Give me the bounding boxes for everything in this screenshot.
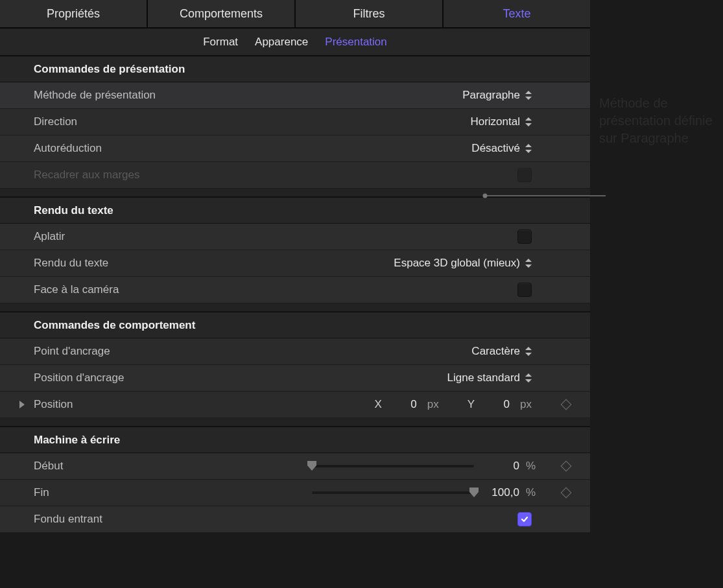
row-recadrer-marges: Recadrer aux marges xyxy=(0,162,590,189)
section-behavior-header: Commandes de comportement xyxy=(0,312,590,338)
chevron-updown-icon xyxy=(525,144,532,153)
label-point-ancrage: Point d'ancrage xyxy=(34,345,110,358)
row-fin: Fin 100,0 % xyxy=(0,480,590,506)
slider-fin[interactable] xyxy=(312,491,474,494)
row-position-ancrage: Position d'ancrage Ligne standard xyxy=(0,365,590,392)
row-fondu-entrant: Fondu entrant xyxy=(0,506,590,533)
label-face-camera: Face à la caméra xyxy=(34,283,119,296)
slider-fin-thumb[interactable] xyxy=(468,486,480,498)
chevron-updown-icon xyxy=(525,91,532,100)
label-aplatir: Aplatir xyxy=(34,230,65,243)
dropdown-position-ancrage[interactable]: Ligne standard xyxy=(447,371,532,384)
checkbox-aplatir[interactable] xyxy=(517,229,532,244)
keyframe-icon[interactable] xyxy=(561,461,572,472)
debut-unit: % xyxy=(526,460,536,473)
label-fondu-entrant: Fondu entrant xyxy=(34,513,102,526)
callout-line-icon xyxy=(482,193,606,198)
dropdown-autoreduction[interactable]: Désactivé xyxy=(471,142,532,155)
row-point-ancrage: Point d'ancrage Caractère xyxy=(0,338,590,365)
dropdown-rendu-texte-value: Espace 3D global (mieux) xyxy=(394,257,520,270)
chevron-updown-icon xyxy=(525,373,532,382)
section-typewriter-header: Machine à écrire xyxy=(0,427,590,453)
position-x-value[interactable]: 0 xyxy=(392,398,417,411)
row-autoreduction: Autoréduction Désactivé xyxy=(0,135,590,162)
fin-unit: % xyxy=(526,486,536,499)
slider-debut-thumb[interactable] xyxy=(306,460,318,471)
main-tabs: Propriétés Comportements Filtres Texte xyxy=(0,0,590,29)
row-aplatir: Aplatir xyxy=(0,224,590,250)
annotation-area: Méthode de présentation définie sur Para… xyxy=(590,0,723,533)
dropdown-autoreduction-value: Désactivé xyxy=(471,142,520,155)
dropdown-methode-value: Paragraphe xyxy=(462,89,520,102)
inspector-panel: Propriétés Comportements Filtres Texte F… xyxy=(0,0,590,533)
row-face-camera: Face à la caméra xyxy=(0,277,590,303)
position-y-unit: px xyxy=(520,398,532,411)
disclosure-position[interactable] xyxy=(19,401,25,408)
chevron-updown-icon xyxy=(525,347,532,356)
subtab-format[interactable]: Format xyxy=(203,36,238,49)
row-debut: Début 0 % xyxy=(0,453,590,480)
checkbox-fondu-entrant[interactable] xyxy=(517,512,532,526)
keyframe-icon[interactable] xyxy=(561,399,572,410)
row-position: Position X 0 px Y 0 px xyxy=(0,392,590,418)
section-render-header: Rendu du texte xyxy=(0,197,590,224)
dropdown-point-ancrage[interactable]: Caractère xyxy=(471,345,532,358)
checkbox-face-camera[interactable] xyxy=(517,283,532,297)
label-rendu-texte: Rendu du texte xyxy=(34,257,108,270)
subtab-presentation[interactable]: Présentation xyxy=(325,36,386,49)
chevron-updown-icon xyxy=(525,259,532,268)
debut-value[interactable]: 0 xyxy=(480,460,519,473)
tab-comportements[interactable]: Comportements xyxy=(148,0,296,27)
annotation-text: Méthode de présentation définie sur Para… xyxy=(599,95,717,147)
checkbox-recadrer xyxy=(517,168,532,182)
position-y-value[interactable]: 0 xyxy=(485,398,510,411)
callout-line-icon xyxy=(475,110,604,130)
label-fin: Fin xyxy=(34,486,49,499)
tab-texte[interactable]: Texte xyxy=(444,0,590,27)
tab-filtres[interactable]: Filtres xyxy=(296,0,444,27)
dropdown-methode[interactable]: Paragraphe xyxy=(462,89,532,102)
subtab-apparence[interactable]: Apparence xyxy=(255,36,308,49)
label-position: Position xyxy=(34,398,73,411)
position-x-label: X xyxy=(374,398,381,411)
label-position-ancrage: Position d'ancrage xyxy=(34,371,124,384)
fin-value[interactable]: 100,0 xyxy=(480,486,519,499)
label-autoreduction: Autoréduction xyxy=(34,142,102,155)
sub-tabs: Format Apparence Présentation xyxy=(0,29,590,56)
dropdown-position-ancrage-value: Ligne standard xyxy=(447,371,520,384)
row-rendu-texte: Rendu du texte Espace 3D global (mieux) xyxy=(0,250,590,277)
tab-proprietes[interactable]: Propriétés xyxy=(0,0,148,27)
label-direction: Direction xyxy=(34,115,77,128)
dropdown-point-ancrage-value: Caractère xyxy=(471,345,520,358)
label-methode: Méthode de présentation xyxy=(34,89,156,102)
section-presentation-header: Commandes de présentation xyxy=(0,56,590,82)
label-recadrer: Recadrer aux marges xyxy=(34,169,139,182)
position-y-label: Y xyxy=(468,398,475,411)
row-methode-presentation: Méthode de présentation Paragraphe xyxy=(0,82,590,109)
slider-debut[interactable] xyxy=(312,465,474,467)
dropdown-rendu-texte[interactable]: Espace 3D global (mieux) xyxy=(394,257,532,270)
keyframe-icon[interactable] xyxy=(561,488,572,499)
position-x-unit: px xyxy=(427,398,439,411)
label-debut: Début xyxy=(34,460,63,473)
